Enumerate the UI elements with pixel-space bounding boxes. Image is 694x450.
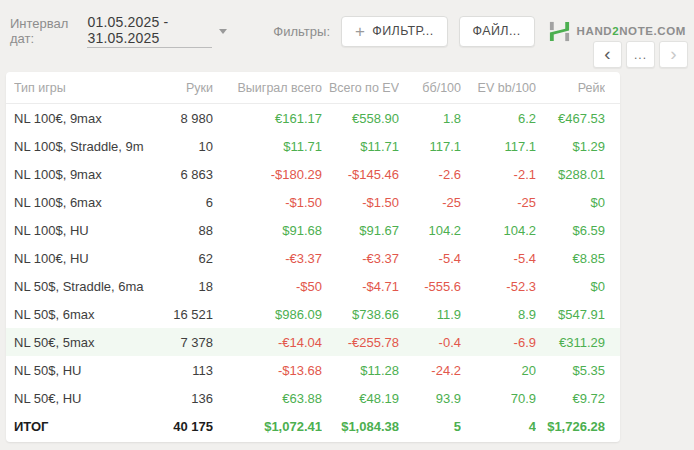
filters-label: Фильтры: (273, 24, 330, 39)
cell-won: $11.71 (213, 139, 322, 154)
pagination: ‹ ... › (593, 41, 688, 68)
add-filter-button[interactable]: + ФИЛЬТР... (341, 16, 448, 47)
cell-bb: -2.6 (399, 167, 461, 182)
table-row[interactable]: NL 50€, HU 136 €63.88 €48.19 93.9 70.9 €… (6, 384, 620, 412)
cell-ev: $1,084.38 (322, 419, 399, 434)
cell-evbb: -25 (461, 195, 536, 210)
cell-won: -$1.50 (213, 195, 322, 210)
table-row[interactable]: ИТОГ 40 175 $1,072.41 $1,084.38 5 4 $1,7… (6, 412, 620, 440)
cell-hands: 40 175 (144, 419, 213, 434)
cell-bb: 117.1 (399, 139, 461, 154)
hand2note-logo-icon (548, 20, 571, 43)
cell-ev: -€3.37 (322, 251, 399, 266)
column-header-total-ev[interactable]: Всего по EV (322, 81, 399, 95)
cell-bb: 11.9 (399, 307, 461, 322)
cell-evbb: 104.2 (461, 223, 536, 238)
table-row[interactable]: NL 50$, Straddle, 6max 18 -$50 -$4.71 -5… (6, 272, 620, 300)
table-row[interactable]: NL 50$, 6max 16 521 $986.09 $738.66 11.9… (6, 300, 620, 328)
cell-ev: -$1.50 (322, 195, 399, 210)
nav-more-button[interactable]: ... (626, 41, 655, 68)
table-row[interactable]: NL 100$, Straddle, 9max 10 $11.71 $11.71… (6, 132, 620, 160)
cell-evbb: -52.3 (461, 279, 536, 294)
cell-won: -€3.37 (213, 251, 322, 266)
cell-ev: -$145.46 (322, 167, 399, 182)
cell-bb: 1.8 (399, 111, 461, 126)
table-row[interactable]: NL 50€, 5max 7 378 -€14.04 -€255.78 -0.4… (6, 328, 620, 356)
table-row[interactable]: NL 100€, 9max 8 980 €161.17 €558.90 1.8 … (6, 104, 620, 132)
cell-hands: 62 (144, 251, 213, 266)
cell-rake: €311.29 (536, 335, 605, 350)
column-header-evbb100[interactable]: EV bb/100 (461, 81, 536, 95)
cell-game: NL 50$, HU (14, 363, 144, 378)
table-row[interactable]: NL 100$, 9max 6 863 -$180.29 -$145.46 -2… (6, 160, 620, 188)
cell-rake: $5.35 (536, 363, 605, 378)
file-button-label: ФАЙЛ... (473, 24, 521, 38)
cell-bb: -25 (399, 195, 461, 210)
cell-evbb: -5.4 (461, 251, 536, 266)
chevron-right-icon: › (670, 44, 676, 63)
cell-evbb: 8.9 (461, 307, 536, 322)
plus-icon: + (355, 23, 365, 40)
chevron-left-icon: ‹ (604, 44, 610, 63)
cell-won: -$180.29 (213, 167, 322, 182)
cell-evbb: -6.9 (461, 335, 536, 350)
cell-rake: $1.29 (536, 139, 605, 154)
table-row[interactable]: NL 100€, HU 62 -€3.37 -€3.37 -5.4 -5.4 €… (6, 244, 620, 272)
cell-bb: 5 (399, 419, 461, 434)
cell-won: $91.68 (213, 223, 322, 238)
cell-game: NL 100$, 9max (14, 167, 144, 182)
column-header-hands[interactable]: Руки (144, 81, 213, 95)
cell-hands: 136 (144, 391, 213, 406)
nav-prev-button[interactable]: ‹ (593, 41, 622, 68)
cell-bb: 93.9 (399, 391, 461, 406)
cell-rake: €8.85 (536, 251, 605, 266)
top-bar: Интервал дат: 01.05.2025 - 31.05.2025 Фи… (0, 0, 694, 48)
cell-game: NL 50$, 6max (14, 307, 144, 322)
table-row[interactable]: NL 50$, HU 113 -$13.68 $11.28 -24.2 20 $… (6, 356, 620, 384)
column-header-bb100[interactable]: бб/100 (399, 81, 461, 95)
cell-rake: $288.01 (536, 167, 605, 182)
hand2note-logo[interactable]: HAND2NOTE.COM (548, 20, 686, 43)
cell-won: €63.88 (213, 391, 322, 406)
column-header-rake[interactable]: Рейк (536, 81, 605, 95)
cell-ev: -$4.71 (322, 279, 399, 294)
cell-ev: $11.71 (322, 139, 399, 154)
cell-won: €161.17 (213, 111, 322, 126)
cell-rake: $0 (536, 195, 605, 210)
cell-bb: -5.4 (399, 251, 461, 266)
cell-evbb: -2.1 (461, 167, 536, 182)
cell-game: NL 100$, 6max (14, 195, 144, 210)
cell-game: NL 50$, Straddle, 6max (14, 279, 144, 294)
hand2note-logo-text: HAND2NOTE.COM (577, 25, 686, 37)
chevron-down-icon[interactable] (219, 29, 227, 34)
cell-bb: 104.2 (399, 223, 461, 238)
column-header-game-type[interactable]: Тип игры (14, 81, 144, 95)
cell-evbb: 117.1 (461, 139, 536, 154)
date-range-selector[interactable]: 01.05.2025 - 31.05.2025 (87, 14, 212, 48)
cell-rake: $1,726.28 (536, 419, 605, 434)
cell-ev: $738.66 (322, 307, 399, 322)
cell-ev: -€255.78 (322, 335, 399, 350)
table-row[interactable]: NL 100$, 6max 6 -$1.50 -$1.50 -25 -25 $0 (6, 188, 620, 216)
cell-evbb: 6.2 (461, 111, 536, 126)
nav-next-button[interactable]: › (659, 41, 688, 68)
file-button[interactable]: ФАЙЛ... (459, 16, 535, 47)
cell-won: $986.09 (213, 307, 322, 322)
cell-evbb: 4 (461, 419, 536, 434)
cell-hands: 6 863 (144, 167, 213, 182)
date-interval-label: Интервал дат: (10, 16, 78, 46)
cell-bb: -24.2 (399, 363, 461, 378)
cell-hands: 10 (144, 139, 213, 154)
cell-rake: $0 (536, 279, 605, 294)
column-header-won-total[interactable]: Выиграл всего (213, 81, 322, 95)
cell-rake: €9.72 (536, 391, 605, 406)
cell-rake: $6.59 (536, 223, 605, 238)
table-row[interactable]: NL 100$, HU 88 $91.68 $91.67 104.2 104.2… (6, 216, 620, 244)
cell-hands: 7 378 (144, 335, 213, 350)
cell-hands: 88 (144, 223, 213, 238)
cell-ev: €48.19 (322, 391, 399, 406)
cell-hands: 16 521 (144, 307, 213, 322)
cell-ev: €558.90 (322, 111, 399, 126)
cell-hands: 6 (144, 195, 213, 210)
cell-won: -$13.68 (213, 363, 322, 378)
